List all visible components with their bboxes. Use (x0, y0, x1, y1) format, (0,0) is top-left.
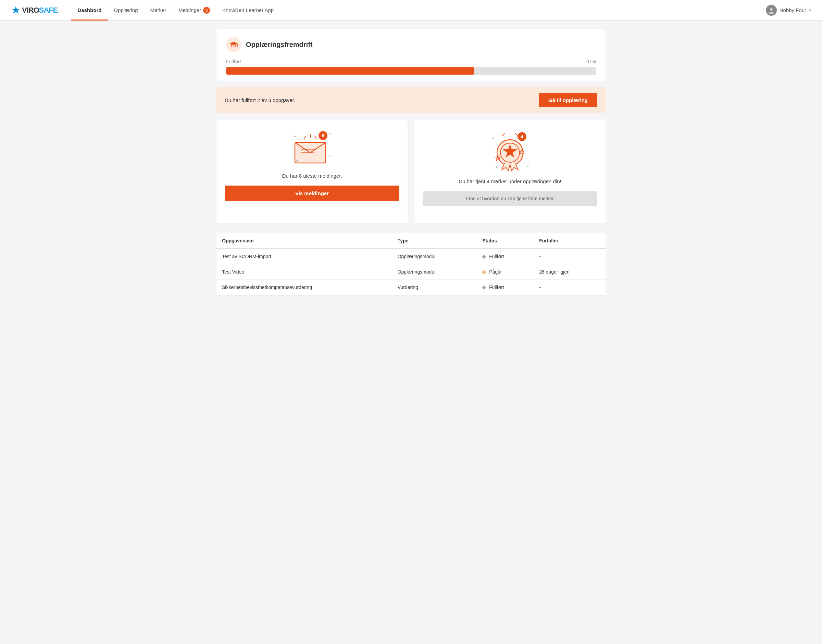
nav-item-meldinger[interactable]: Meldinger 8 (172, 0, 216, 20)
progress-card: Opplæringsfremdrift Fullført 67% (217, 29, 605, 81)
nav-user[interactable]: Nobby Four ▾ (766, 5, 811, 16)
task-type-3: Vurdering (392, 280, 477, 295)
learn-more-badges-button[interactable]: Finn ut hvordan du kan tjene flere merke… (423, 191, 597, 206)
status-dot-done-1 (482, 255, 486, 259)
logo[interactable]: VIROSAFE (11, 6, 58, 15)
table-row: Test av SCORM-import Opplæringsmodul Ful… (217, 248, 605, 264)
progress-header: Opplæringsfremdrift (226, 37, 596, 52)
deco-x-2: × (329, 154, 331, 158)
col-status: Status (477, 233, 534, 248)
tasks-table: Oppgavenavn Type Status Forfaller Test a… (217, 233, 605, 295)
task-due-3: - (534, 280, 605, 295)
deco-star-4: ★ (495, 165, 499, 170)
table-header: Oppgavenavn Type Status Forfaller (217, 233, 605, 248)
user-avatar-icon (766, 5, 777, 16)
nav-item-knowbe4[interactable]: KnowBe4 Learner App (216, 0, 280, 20)
navbar: VIROSAFE Dashbord Opplæring Merker Meldi… (0, 0, 822, 20)
messages-card: ✦ × ★ × × 8 (217, 120, 407, 223)
task-status-3: Fullført (477, 280, 534, 295)
main-content: Opplæringsfremdrift Fullført 67% Du har … (206, 20, 616, 304)
nav-item-merker[interactable]: Merker (144, 0, 173, 20)
badges-badge: 4 (518, 132, 526, 141)
task-due-1: - (534, 248, 605, 264)
logo-icon (11, 6, 20, 15)
progress-bar-fill (226, 67, 474, 75)
nav-item-opplaering[interactable]: Opplæring (108, 0, 144, 20)
col-forfaller: Forfaller (534, 233, 605, 248)
medal-icon-wrap: ✦ × ★ × ★ 4 (489, 130, 530, 172)
svg-point-6 (237, 46, 238, 47)
deco-x-5: × (527, 164, 529, 168)
progress-label-right: 67% (586, 59, 596, 64)
badges-card-text: Du har tjent 4 merker under opplæringen … (459, 178, 561, 184)
progress-title: Opplæringsfremdrift (246, 41, 312, 49)
progress-label-row: Fullført 67% (226, 59, 596, 64)
show-messages-button[interactable]: Vis meldinger (225, 186, 399, 201)
col-type: Type (392, 233, 477, 248)
col-oppgavenavn: Oppgavenavn (217, 233, 392, 248)
task-type-1: Opplæringsmodul (392, 248, 477, 264)
meldinger-badge: 8 (203, 7, 210, 14)
logo-text: VIROSAFE (22, 6, 58, 15)
nav-item-dashbord[interactable]: Dashbord (71, 0, 108, 20)
nav-items: Dashbord Opplæring Merker Meldinger 8 Kn… (71, 0, 765, 20)
table-row: Sikkerhetsbevissthetkompetansevurdering … (217, 280, 605, 295)
task-due-2: 26 dager igjen (534, 264, 605, 280)
deco-x-4: × (489, 144, 492, 148)
badges-card: ✦ × ★ × ★ 4 (415, 120, 605, 223)
user-chevron-icon: ▾ (809, 8, 811, 13)
go-to-training-button[interactable]: Gå til opplæring (539, 93, 597, 107)
deco-x-1: × (292, 143, 293, 146)
envelope-icon-wrap: ✦ × ★ × × 8 (292, 130, 333, 165)
table-row: Test Video Opplæringsmodul Pågår 26 dage… (217, 264, 605, 280)
svg-line-12 (304, 136, 306, 139)
deco-x-3: × (329, 132, 331, 136)
task-name-3: Sikkerhetsbevissthetkompetansevurdering (217, 280, 392, 295)
deco-star-3: ✦ (491, 136, 495, 141)
banner-text: Du har fullført 2 av 3 oppgaver. (225, 97, 295, 103)
table-body: Test av SCORM-import Opplæringsmodul Ful… (217, 248, 605, 295)
task-type-2: Opplæringsmodul (392, 264, 477, 280)
svg-point-3 (769, 12, 774, 14)
messages-badge: 8 (318, 131, 327, 140)
deco-star-2: ★ (295, 158, 299, 163)
progress-icon-wrap (226, 37, 241, 52)
task-status-2: Pågår (477, 264, 534, 280)
progress-bar-background (226, 67, 596, 75)
completion-banner: Du har fullført 2 av 3 oppgaver. Gå til … (217, 87, 605, 113)
task-name-1: Test av SCORM-import (217, 248, 392, 264)
progress-label-left: Fullført (226, 59, 241, 64)
status-dot-ongoing-2 (482, 270, 486, 274)
task-name-2: Test Video (217, 264, 392, 280)
user-name: Nobby Four (779, 7, 806, 13)
messages-card-text: Du har 8 uleste meldinger. (282, 173, 342, 179)
svg-line-15 (502, 133, 504, 136)
status-dot-done-3 (482, 286, 486, 289)
svg-point-2 (770, 8, 773, 11)
graduation-cap-icon (229, 40, 238, 49)
cards-row: ✦ × ★ × × 8 (217, 120, 605, 223)
svg-line-11 (315, 136, 317, 139)
deco-star-1: ✦ (293, 134, 297, 139)
task-status-1: Fullført (477, 248, 534, 264)
